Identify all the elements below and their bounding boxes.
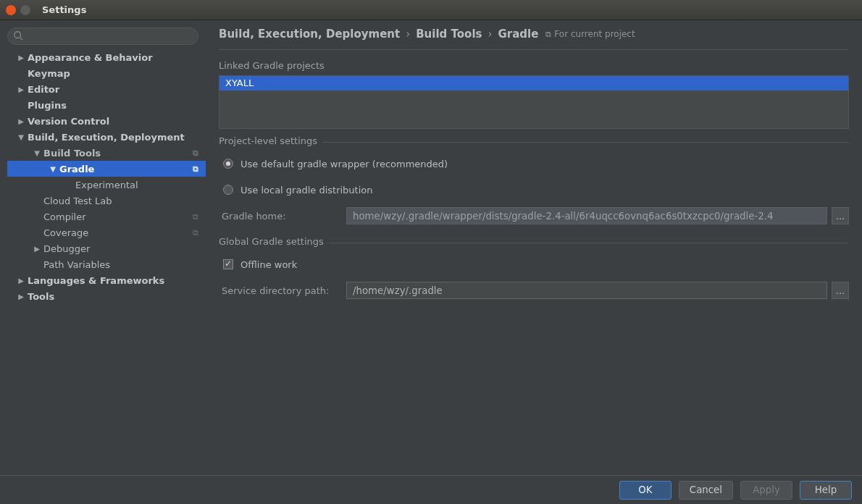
service-dir-input[interactable] [346,282,827,299]
use-local-label: Use local gradle distribution [240,185,372,196]
project-scope-icon: ⧉ [193,228,198,238]
service-dir-browse-button[interactable]: ... [832,282,849,299]
cancel-button[interactable]: Cancel [679,481,733,500]
use-local-row: Use local gradle distribution [219,179,849,201]
use-local-radio[interactable] [223,185,233,195]
apply-button[interactable]: Apply [740,481,792,500]
svg-point-0 [14,32,21,38]
tree-debugger[interactable]: ▶Debugger [7,240,206,256]
linked-projects-list[interactable]: XYALL [219,75,849,129]
tree-coverage[interactable]: Coverage⧉ [7,224,206,240]
gradle-home-row: Gradle home: ... [219,205,849,227]
tree-compiler[interactable]: Compiler⧉ [7,209,206,224]
tree-keymap[interactable]: Keymap [7,65,206,81]
project-scope-icon: ⧉ [193,148,198,158]
use-default-wrapper-row: Use default gradle wrapper (recommended) [219,153,849,175]
offline-work-checkbox[interactable] [223,259,233,269]
tree-gradle[interactable]: ▼Gradle⧉ [7,161,206,177]
project-scope-icon: ⧉ [545,30,551,39]
project-scope-icon: ⧉ [193,212,198,222]
tree-plugins[interactable]: Plugins [7,97,206,113]
svg-line-1 [20,38,23,41]
gradle-home-label: Gradle home: [222,211,346,222]
ok-button[interactable]: OK [619,481,671,500]
tree-path-variables[interactable]: Path Variables [7,256,206,272]
dialog-footer: OK Cancel Apply Help [0,475,862,504]
breadcrumb-l1: Build Tools [416,28,482,41]
tree-editor[interactable]: ▶Editor [7,81,206,97]
tree-build-tools[interactable]: ▼Build Tools⧉ [7,145,206,161]
titlebar: Settings [0,0,862,20]
global-gradle-settings: Global Gradle settings Offline work Serv… [219,243,849,308]
search-icon [13,30,23,43]
tree-tools[interactable]: ▶Tools [7,288,206,304]
close-icon[interactable] [6,5,16,15]
offline-work-row: Offline work [219,253,849,275]
breadcrumb-scope-indicator: ⧉ For current project [545,29,635,39]
service-dir-label: Service directory path: [222,285,346,296]
offline-work-label: Offline work [240,259,297,270]
gradle-home-input[interactable] [346,207,827,224]
linked-project-item[interactable]: XYALL [219,76,848,91]
window-title: Settings [42,4,86,15]
main-panel: Build, Execution, Deployment › Build Too… [206,20,862,475]
gradle-home-browse-button[interactable]: ... [832,207,849,224]
search-wrapper [7,28,198,45]
help-button[interactable]: Help [800,481,852,500]
project-level-settings: Project-level settings Use default gradl… [219,142,849,234]
global-settings-legend: Global Gradle settings [219,236,330,247]
tree-version-control[interactable]: ▶Version Control [7,113,206,129]
linked-projects-label: Linked Gradle projects [219,60,849,71]
settings-tree: ▶Appearance & Behavior Keymap ▶Editor Pl… [7,49,206,304]
breadcrumb-l0: Build, Execution, Deployment [219,28,400,41]
breadcrumb-separator: › [406,28,410,41]
minimize-icon[interactable] [20,5,30,15]
use-default-wrapper-label: Use default gradle wrapper (recommended) [240,159,448,169]
tree-build-execution-deployment[interactable]: ▼Build, Execution, Deployment [7,129,206,145]
tree-experimental[interactable]: Experimental [7,177,206,193]
use-default-wrapper-radio[interactable] [223,159,233,169]
project-level-legend: Project-level settings [219,135,323,146]
search-input[interactable] [7,28,198,45]
settings-sidebar: ▶Appearance & Behavior Keymap ▶Editor Pl… [0,20,206,475]
tree-appearance-behavior[interactable]: ▶Appearance & Behavior [7,49,206,65]
project-scope-icon: ⧉ [193,164,198,174]
tree-languages-frameworks[interactable]: ▶Languages & Frameworks [7,272,206,288]
breadcrumb: Build, Execution, Deployment › Build Too… [219,28,849,50]
tree-cloud-test-lab[interactable]: Cloud Test Lab [7,193,206,209]
service-dir-row: Service directory path: ... [219,280,849,301]
breadcrumb-l2: Gradle [498,28,538,41]
breadcrumb-separator: › [488,28,492,41]
